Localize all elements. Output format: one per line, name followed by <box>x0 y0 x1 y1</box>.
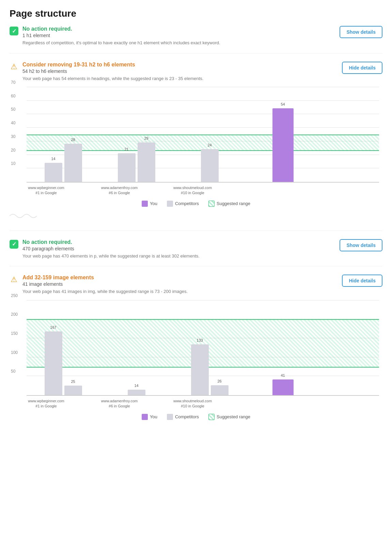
section-title: Add 32-159 image elements <box>22 275 338 281</box>
section-subtitle: 1 h1 element <box>22 33 335 38</box>
legend-competitors: Competitors <box>167 201 199 207</box>
section-title: No action required. <box>22 239 335 245</box>
bar-group: 24 <box>173 149 246 182</box>
legend-you: You <box>142 201 157 207</box>
section-description: Your web page has 54 elements in heading… <box>22 75 338 82</box>
competitor-bar <box>128 390 145 395</box>
hide-details-button[interactable]: Hide details <box>342 62 382 74</box>
legend-suggested: Suggested range <box>208 414 250 420</box>
chart-container: 5010015020025016725141332641www.wpbeginn… <box>10 300 382 420</box>
competitor-bar <box>118 153 136 182</box>
warning-icon <box>10 62 18 71</box>
section-subtitle: 41 image elements <box>22 281 338 287</box>
section-h1: No action required.1 h1 elementRegardles… <box>10 26 382 53</box>
show-details-button[interactable]: Show details <box>340 26 382 38</box>
you-bar-group: 41 <box>246 379 319 395</box>
section-description: Regardless of competition, it's optimal … <box>22 40 335 46</box>
section-header: No action required.470 paragraph element… <box>10 239 382 260</box>
check-icon <box>10 240 18 249</box>
x-axis-label: www.shoutmeloud.com#10 in Google <box>156 399 229 409</box>
x-axis-label: www.adamenfroy.com#6 in Google <box>83 399 156 409</box>
section-header: No action required.1 h1 elementRegardles… <box>10 26 382 46</box>
you-bar <box>272 379 294 395</box>
legend-competitors: Competitors <box>167 414 199 420</box>
chart-container: 10203040506070142821292454www.wpbeginner… <box>10 87 382 207</box>
bar-group: 16725 <box>27 331 100 395</box>
chart-legend: YouCompetitorsSuggested range <box>10 414 382 420</box>
competitor-bar <box>201 149 219 182</box>
x-axis-label: www.shoutmeloud.com#10 in Google <box>156 185 229 196</box>
competitor-bar <box>45 331 62 395</box>
legend-you: You <box>142 414 157 420</box>
x-axis-label: www.wpbeginner.com#1 in Google <box>10 185 83 196</box>
you-bar-group: 54 <box>246 108 319 182</box>
check-icon <box>10 27 18 35</box>
section-title: No action required. <box>22 26 335 32</box>
chart-legend: YouCompetitorsSuggested range <box>10 201 382 207</box>
x-axis-label: www.adamenfroy.com#6 in Google <box>83 185 156 196</box>
legend-suggested: Suggested range <box>208 201 250 207</box>
bar-group: 2129 <box>100 142 173 182</box>
x-axis-label: www.wpbeginner.com#1 in Google <box>10 399 83 409</box>
bar-group: 1428 <box>27 144 100 182</box>
page-title: Page structure <box>10 8 382 19</box>
section-description: Your web page has 470 elements in p, whi… <box>22 253 335 260</box>
competitor-bar <box>64 386 82 395</box>
hide-details-button[interactable]: Hide details <box>342 275 382 287</box>
section-images: Add 32-159 image elements41 image elemen… <box>10 275 382 426</box>
competitor-bar <box>64 144 82 182</box>
competitor-bar <box>45 163 62 182</box>
section-header: Consider removing 19-31 h2 to h6 element… <box>10 62 382 82</box>
section-paragraph: No action required.470 paragraph element… <box>10 239 382 267</box>
competitor-bar <box>191 344 209 395</box>
section-subtitle: 54 h2 to h6 elements <box>22 68 338 74</box>
competitor-bar <box>211 385 229 395</box>
you-bar <box>272 108 294 182</box>
warning-icon <box>10 275 18 284</box>
competitor-bar <box>138 142 155 182</box>
section-h2h6: Consider removing 19-31 h2 to h6 element… <box>10 62 382 231</box>
section-subtitle: 470 paragraph elements <box>22 246 335 251</box>
separator-icon <box>10 211 382 221</box>
section-description: Your web page has 41 images in img, whil… <box>22 288 338 295</box>
section-header: Add 32-159 image elements41 image elemen… <box>10 275 382 295</box>
show-details-button[interactable]: Show details <box>340 239 382 251</box>
bar-group: 14 <box>100 390 173 395</box>
bar-group: 13326 <box>173 344 246 395</box>
section-title: Consider removing 19-31 h2 to h6 element… <box>22 62 338 68</box>
